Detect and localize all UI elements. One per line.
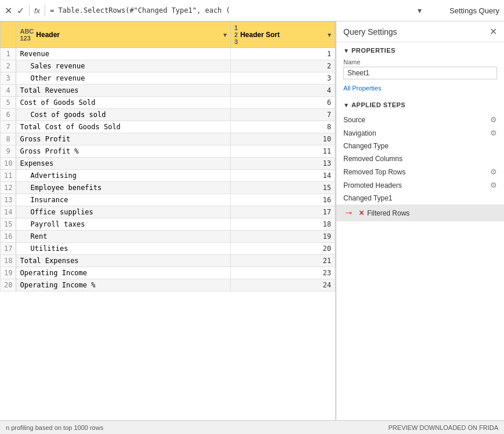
panel-close-button[interactable]: ✕ bbox=[490, 26, 497, 37]
properties-label: PROPERTIES bbox=[351, 47, 396, 54]
header-filter-button[interactable]: ▾ bbox=[223, 31, 227, 39]
separator bbox=[29, 5, 30, 16]
step-item-promoted-headers[interactable]: Promoted Headers⚙ bbox=[336, 178, 504, 192]
fx-label: fx bbox=[34, 6, 40, 15]
row-number: 20 bbox=[1, 279, 16, 291]
name-input[interactable] bbox=[343, 67, 497, 79]
row-sort: 24 bbox=[231, 279, 335, 291]
table-row: 8Gross Profit10 bbox=[1, 133, 335, 145]
all-properties-link[interactable]: All Properties bbox=[343, 85, 381, 92]
row-header: Utilities bbox=[16, 243, 231, 255]
row-sort: 11 bbox=[231, 145, 335, 158]
row-sort: 4 bbox=[231, 85, 335, 97]
row-number: 15 bbox=[1, 218, 16, 231]
properties-arrow-icon: ▼ bbox=[343, 48, 349, 54]
table-row: 2Sales revenue2 bbox=[1, 60, 335, 72]
step-delete-icon[interactable]: ✕ bbox=[358, 209, 365, 217]
row-number: 9 bbox=[1, 145, 16, 158]
step-item-changed-type[interactable]: Changed Type bbox=[336, 140, 504, 152]
table-row: 4Total Revenues4 bbox=[1, 85, 335, 97]
name-label: Name bbox=[343, 59, 497, 65]
panel-header: Query Settings ✕ bbox=[336, 21, 504, 42]
row-number: 2 bbox=[1, 60, 16, 72]
row-number: 12 bbox=[1, 182, 16, 194]
step-item-changed-type1[interactable]: Changed Type1 bbox=[336, 192, 504, 205]
step-gear-icon[interactable]: ⚙ bbox=[490, 167, 497, 176]
steps-list: Source⚙Navigation⚙Changed TypeRemoved Co… bbox=[336, 111, 504, 420]
row-sort: 15 bbox=[231, 182, 335, 194]
table-row: 7Total Cost of Goods Sold8 bbox=[1, 121, 335, 133]
header-col-label: Header bbox=[36, 31, 60, 39]
close-icon[interactable]: ✕ bbox=[5, 5, 12, 16]
step-name-label: Changed Type bbox=[343, 142, 497, 150]
row-header: Gross Profit bbox=[16, 133, 231, 145]
row-number: 4 bbox=[1, 85, 16, 97]
applied-steps-arrow-icon: ▼ bbox=[343, 102, 349, 108]
step-gear-icon[interactable]: ⚙ bbox=[490, 115, 497, 124]
row-sort: 20 bbox=[231, 243, 335, 255]
applied-steps-label: APPLIED STEPS bbox=[351, 101, 405, 108]
row-sort: 6 bbox=[231, 97, 335, 109]
check-icon[interactable]: ✓ bbox=[17, 5, 24, 16]
row-number: 7 bbox=[1, 121, 16, 133]
step-name-label: Source bbox=[343, 116, 488, 124]
table-row: 14Office supplies17 bbox=[1, 206, 335, 218]
row-sort: 17 bbox=[231, 206, 335, 218]
row-header: Gross Profit % bbox=[16, 145, 231, 158]
row-number: 10 bbox=[1, 158, 16, 170]
row-number: 13 bbox=[1, 194, 16, 206]
row-number: 17 bbox=[1, 243, 16, 255]
separator2 bbox=[45, 5, 45, 16]
row-header: Office supplies bbox=[16, 206, 231, 218]
row-header: Operating Income % bbox=[16, 279, 231, 291]
row-num-col-header bbox=[1, 22, 16, 48]
step-name-label: Removed Columns bbox=[343, 155, 497, 163]
step-item-navigation[interactable]: Navigation⚙ bbox=[336, 126, 504, 140]
table-row: 1Revenue1 bbox=[1, 48, 335, 60]
row-sort: 3 bbox=[231, 72, 335, 85]
status-left: n profiling based on top 1000 rows bbox=[6, 424, 103, 431]
table-row: 11Advertising14 bbox=[1, 170, 335, 182]
table-row: 17Utilities20 bbox=[1, 243, 335, 255]
row-header: Total Expenses bbox=[16, 255, 231, 267]
step-item-filtered-rows[interactable]: →✕Filtered Rows bbox=[336, 205, 504, 221]
row-number: 1 bbox=[1, 48, 16, 60]
name-property: Name bbox=[336, 56, 504, 84]
step-gear-icon[interactable]: ⚙ bbox=[490, 129, 497, 137]
row-number: 6 bbox=[1, 109, 16, 121]
row-sort: 2 bbox=[231, 60, 335, 72]
step-gear-icon[interactable]: ⚙ bbox=[490, 181, 497, 189]
main-content: ABC123 Header ▾ 123 Header Sort ▾ bbox=[0, 21, 504, 420]
panel-title-header: Settings Query bbox=[426, 6, 499, 15]
table-row: 5Cost of Goods Sold6 bbox=[1, 97, 335, 109]
row-number: 16 bbox=[1, 231, 16, 243]
step-item-removed-top-rows[interactable]: Removed Top Rows⚙ bbox=[336, 165, 504, 178]
row-header: Total Revenues bbox=[16, 85, 231, 97]
row-sort: 14 bbox=[231, 170, 335, 182]
step-name-label: Changed Type1 bbox=[343, 194, 497, 202]
formula-text[interactable]: = Table.SelectRows(#"Changed Type1", eac… bbox=[50, 6, 413, 14]
step-item-source[interactable]: Source⚙ bbox=[336, 113, 504, 126]
table-row: 20Operating Income %24 bbox=[1, 279, 335, 291]
properties-section-header: ▼ PROPERTIES bbox=[336, 42, 504, 56]
row-header: Operating Income bbox=[16, 267, 231, 279]
panel-title: Query Settings bbox=[343, 27, 397, 37]
row-sort: 10 bbox=[231, 133, 335, 145]
row-header: Cost of Goods Sold bbox=[16, 97, 231, 109]
row-sort: 7 bbox=[231, 109, 335, 121]
query-settings-panel: Query Settings ✕ ▼ PROPERTIES Name All P… bbox=[336, 21, 504, 420]
status-bar: n profiling based on top 1000 rows PREVI… bbox=[0, 420, 504, 434]
step-item-removed-columns[interactable]: Removed Columns bbox=[336, 152, 504, 165]
expand-icon[interactable]: ▾ bbox=[418, 6, 422, 15]
row-sort: 23 bbox=[231, 267, 335, 279]
row-sort: 21 bbox=[231, 255, 335, 267]
step-name-label: Navigation bbox=[343, 129, 488, 137]
row-number: 8 bbox=[1, 133, 16, 145]
row-header: Cost of goods sold bbox=[16, 109, 231, 121]
row-header: Sales revenue bbox=[16, 60, 231, 72]
sort-filter-button[interactable]: ▾ bbox=[328, 31, 331, 39]
sort-col-header: 123 Header Sort ▾ bbox=[231, 22, 335, 48]
data-table: ABC123 Header ▾ 123 Header Sort ▾ bbox=[0, 21, 335, 291]
table-row: 18Total Expenses21 bbox=[1, 255, 335, 267]
row-sort: 19 bbox=[231, 231, 335, 243]
